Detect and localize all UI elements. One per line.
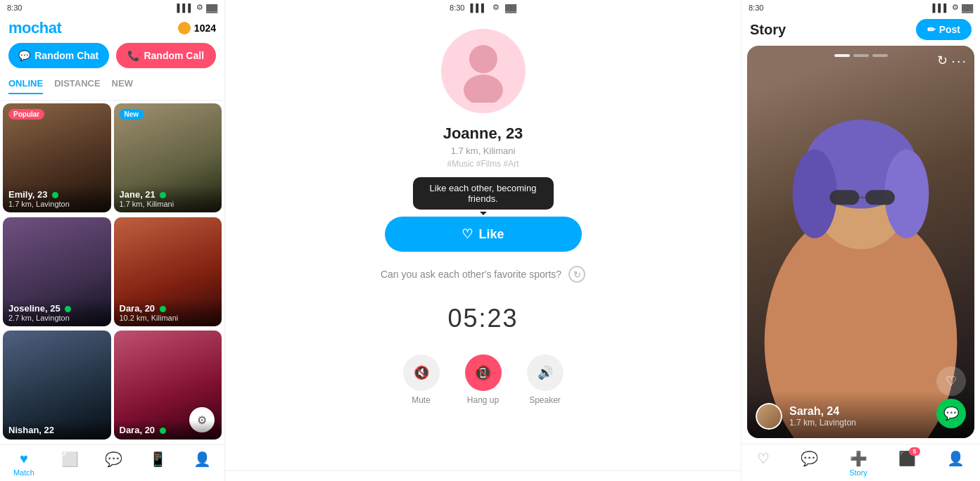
user-name: Jane, 21: [120, 189, 217, 200]
user-location: 1.7 km, Kilimani: [120, 200, 217, 208]
list-item[interactable]: New Jane, 21 1.7 km, Kilimani: [114, 103, 222, 212]
nav-bookmark[interactable]: ⬜: [61, 451, 79, 477]
caller-name: Joanne, 23: [443, 124, 523, 143]
story-refresh-button[interactable]: ↻: [937, 53, 948, 68]
tab-distance[interactable]: DISTANCE: [54, 78, 100, 94]
list-item[interactable]: ⚙ Dara, 20: [114, 331, 222, 440]
hangup-control[interactable]: 📵 Hang up: [465, 354, 502, 405]
chat-bubble-icon: 💬: [105, 451, 122, 468]
signal-icon: ▌▌▌: [177, 4, 193, 12]
random-call-button[interactable]: 📞 Random Call: [116, 43, 217, 68]
question-text: Can you ask each other's favorite sports…: [381, 269, 561, 280]
user-info-overlay: Emily, 23 1.7 km, Lavington: [3, 185, 111, 212]
signal-right: ▌▌▌: [933, 4, 949, 12]
user-location: 10.2 km, Kilimani: [120, 314, 217, 322]
post-button[interactable]: ✏ Post: [916, 19, 972, 40]
story-person-name: Sarah, 24: [789, 405, 856, 418]
chat-icon: 💬: [18, 50, 30, 61]
online-indicator: [52, 192, 58, 198]
svg-point-1: [464, 75, 503, 103]
notification-badge: ⬛ 5: [898, 450, 916, 467]
nav-profile-right[interactable]: 👤: [947, 450, 965, 477]
refresh-button[interactable]: ↻: [568, 266, 585, 283]
online-indicator: [160, 428, 166, 434]
random-chat-button[interactable]: 💬 Random Chat: [8, 43, 109, 68]
settings-icon: ⚙: [196, 3, 203, 12]
status-icons-right: ▌▌▌ ⚙ ▓▓: [933, 3, 973, 12]
bottom-nav-left: ♥ Match ⬜ 💬 📱 👤: [0, 444, 224, 481]
svg-point-5: [793, 149, 837, 238]
nav-messages[interactable]: 📱: [149, 451, 167, 477]
nav-match[interactable]: ♥ Match: [13, 451, 34, 477]
random-call-label: Random Call: [144, 50, 204, 61]
svg-rect-8: [865, 190, 895, 205]
list-item[interactable]: Nishan, 22: [3, 331, 111, 440]
speaker-button[interactable]: 🔊: [527, 354, 564, 391]
story-person-info: Sarah, 24 1.7 km, Lavington: [789, 405, 856, 428]
list-item[interactable]: Joseline, 25 2.7 km, Lavington: [3, 217, 111, 326]
call-timer: 05:23: [447, 304, 518, 333]
story-more-button[interactable]: ···: [951, 53, 967, 69]
nav-story[interactable]: ➕ Story: [849, 450, 867, 477]
question-row: Can you ask each other's favorite sports…: [381, 266, 585, 283]
user-info-overlay: Jane, 21 1.7 km, Kilimani: [114, 185, 222, 212]
hangup-icon: 📵: [474, 364, 492, 381]
app-logo: mochat: [8, 19, 61, 37]
status-bar-center: 8:30 ▌▌▌ ⚙ ▓▓: [225, 0, 741, 15]
mute-label: Mute: [412, 395, 431, 405]
tab-online[interactable]: ONLINE: [8, 78, 43, 94]
mute-icon: 🔇: [414, 365, 429, 380]
status-bar-right: 8:30 ▌▌▌ ⚙ ▓▓: [742, 0, 980, 15]
profile-nav-icon: 👤: [947, 450, 965, 467]
story-dot-2: [872, 54, 888, 57]
user-grid: Popular Emily, 23 1.7 km, Lavington New …: [0, 101, 224, 444]
story-avatar: [756, 403, 782, 430]
user-location: 2.7 km, Lavington: [8, 314, 106, 322]
time-left: 8:30: [7, 4, 22, 12]
nav-chat-right[interactable]: 💬: [801, 450, 818, 477]
nav-notifications[interactable]: ⬛ 5: [898, 450, 916, 477]
story-progress-dots: [834, 54, 888, 57]
mute-control[interactable]: 🔇 Mute: [403, 354, 440, 405]
list-item[interactable]: Popular Emily, 23 1.7 km, Lavington: [3, 103, 111, 212]
tab-new[interactable]: NEW: [112, 78, 133, 94]
bottom-nav-right: ♡ 💬 ➕ Story ⬛ 5 👤: [742, 444, 980, 481]
chat-icon: 💬: [943, 406, 959, 421]
post-label: Post: [939, 24, 960, 35]
like-button[interactable]: ♡ Like: [385, 217, 582, 252]
right-panel: 8:30 ▌▌▌ ⚙ ▓▓ Story ✏ Post: [741, 0, 980, 481]
time-center: 8:30: [450, 4, 464, 12]
story-nav-badge: ➕: [850, 450, 867, 467]
story-title: Story: [750, 22, 786, 38]
nav-match-label: Match: [13, 468, 34, 477]
call-content: Joanne, 23 1.7 km, Kilimani #Music #Film…: [225, 15, 741, 470]
settings-center: ⚙: [492, 3, 499, 12]
nav-likes[interactable]: ♡: [757, 450, 770, 477]
heart-icon: ♡: [946, 373, 957, 389]
user-location: 1.7 km, Lavington: [8, 200, 106, 208]
user-info-overlay: Dara, 20: [114, 421, 222, 440]
messages-icon: 📱: [149, 451, 167, 468]
new-badge: New: [120, 109, 144, 120]
speaker-label: Speaker: [529, 395, 561, 405]
speaker-control[interactable]: 🔊 Speaker: [527, 354, 564, 405]
story-chat-button[interactable]: 💬: [936, 399, 966, 428]
nav-story-label: Story: [849, 468, 867, 477]
nav-chat[interactable]: 💬: [105, 451, 122, 477]
coin-icon: [178, 22, 191, 34]
heart-icon: ♡: [462, 226, 473, 242]
random-chat-label: Random Chat: [34, 50, 98, 61]
nav-profile[interactable]: 👤: [193, 451, 211, 477]
plus-icon: ➕: [850, 451, 867, 466]
svg-rect-7: [829, 190, 859, 205]
mute-button[interactable]: 🔇: [403, 354, 440, 391]
story-card[interactable]: ↻ ··· Sarah, 24 1.7 km, Lavington ♡ 💬: [747, 46, 974, 438]
time-right: 8:30: [749, 4, 763, 12]
pencil-icon: ✏: [927, 24, 936, 35]
call-controls: 🔇 Mute 📵 Hang up 🔊 Speaker: [403, 354, 564, 405]
list-item[interactable]: Dara, 20 10.2 km, Kilimani: [114, 217, 222, 326]
story-like-button[interactable]: ♡: [936, 366, 966, 396]
hangup-label: Hang up: [467, 395, 499, 405]
hangup-button[interactable]: 📵: [465, 354, 502, 391]
like-label: Like: [478, 227, 504, 242]
